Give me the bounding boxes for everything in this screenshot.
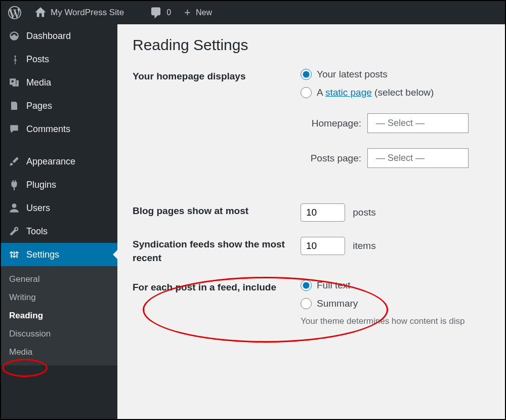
svg-point-1 <box>12 203 17 208</box>
home-icon <box>34 7 47 19</box>
content-area: Reading Settings Your homepage displays … <box>117 24 505 419</box>
user-icon <box>8 202 20 214</box>
menu-label: Comments <box>26 124 70 135</box>
settings-submenu: General Writing Reading Discussion Media <box>1 266 117 365</box>
radio-static-prefix: A <box>317 87 325 98</box>
comments-icon <box>8 123 20 135</box>
submenu-general[interactable]: General <box>1 270 117 288</box>
menu-label: Media <box>26 77 51 88</box>
submenu-writing[interactable]: Writing <box>1 288 117 307</box>
radio-static-page[interactable]: A static page (select below) <box>301 87 490 98</box>
postspage-select-label: Posts page: <box>301 153 361 164</box>
menu-comments[interactable]: Comments <box>1 117 117 141</box>
syndication-suffix: items <box>353 240 375 251</box>
radio-summary-input[interactable] <box>301 298 312 309</box>
menu-label: Dashboard <box>26 31 71 41</box>
menu-dashboard[interactable]: Dashboard <box>1 24 117 48</box>
comment-icon <box>149 6 162 19</box>
menu-label: Posts <box>26 54 49 65</box>
admin-bar: My WordPress Site 0 + New <box>1 1 505 24</box>
blog-pages-label: Blog pages show at most <box>133 203 301 218</box>
settings-icon <box>8 248 20 261</box>
menu-users[interactable]: Users <box>1 196 117 220</box>
radio-static-suffix: (select below) <box>372 87 434 98</box>
dashboard-icon <box>8 30 20 42</box>
wrench-icon <box>8 225 20 237</box>
pin-icon <box>8 53 20 65</box>
menu-label: Settings <box>26 249 59 260</box>
radio-summary-label: Summary <box>317 298 358 309</box>
wordpress-icon <box>8 6 21 19</box>
menu-tools[interactable]: Tools <box>1 220 117 243</box>
row-homepage-displays: Your homepage displays Your latest posts… <box>133 69 490 168</box>
media-icon <box>8 76 20 89</box>
svg-point-0 <box>12 80 14 82</box>
brush-icon <box>8 155 20 167</box>
radio-full-label: Full text <box>317 280 351 291</box>
page-title: Reading Settings <box>133 36 490 54</box>
blog-pages-suffix: posts <box>353 207 375 218</box>
homepage-label: Your homepage displays <box>133 69 301 83</box>
menu-label: Pages <box>26 101 52 111</box>
menu-settings[interactable]: Settings <box>1 243 117 266</box>
menu-label: Users <box>26 203 50 214</box>
radio-full-input[interactable] <box>301 280 312 291</box>
new-label: New <box>196 8 212 17</box>
admin-sidebar: Dashboard Posts Media Pages Comments App… <box>1 24 117 419</box>
feed-hint: Your theme determines how content is dis… <box>301 316 490 326</box>
comments-link[interactable]: 0 <box>146 1 174 24</box>
submenu-discussion[interactable]: Discussion <box>1 325 117 343</box>
new-link[interactable]: + New <box>181 1 215 24</box>
menu-pages[interactable]: Pages <box>1 94 117 117</box>
row-syndication: Syndication feeds show the most recent i… <box>133 237 490 265</box>
pages-icon <box>8 100 20 112</box>
submenu-reading[interactable]: Reading <box>1 307 117 325</box>
homepage-select-label: Homepage: <box>301 118 361 129</box>
wp-logo[interactable] <box>5 1 24 24</box>
menu-media[interactable]: Media <box>1 71 117 94</box>
menu-appearance[interactable]: Appearance <box>1 150 117 173</box>
site-title: My WordPress Site <box>51 8 124 18</box>
row-feed-include: For each post in a feed, include Full te… <box>133 280 490 326</box>
plus-icon: + <box>184 6 191 19</box>
plug-icon <box>8 179 20 191</box>
site-link[interactable]: My WordPress Site <box>31 1 127 24</box>
menu-posts[interactable]: Posts <box>1 48 117 71</box>
radio-static-input[interactable] <box>301 87 312 98</box>
menu-label: Tools <box>26 226 48 237</box>
menu-label: Plugins <box>26 180 56 190</box>
radio-latest-input[interactable] <box>301 69 312 80</box>
syndication-input[interactable] <box>301 237 345 255</box>
static-page-link[interactable]: static page <box>325 87 372 98</box>
radio-summary[interactable]: Summary <box>301 298 490 309</box>
syndication-label: Syndication feeds show the most recent <box>133 237 301 265</box>
comments-count: 0 <box>166 8 171 17</box>
radio-latest-posts[interactable]: Your latest posts <box>301 69 490 80</box>
blog-pages-input[interactable] <box>301 203 345 222</box>
homepage-select[interactable]: — Select — <box>367 113 469 133</box>
radio-static-label: A static page (select below) <box>317 87 434 98</box>
menu-label: Appearance <box>26 156 75 167</box>
postspage-select[interactable]: — Select — <box>367 148 469 168</box>
radio-latest-label: Your latest posts <box>317 69 388 80</box>
feed-include-label: For each post in a feed, include <box>133 280 301 295</box>
menu-plugins[interactable]: Plugins <box>1 173 117 196</box>
radio-full-text[interactable]: Full text <box>301 280 490 291</box>
row-blog-pages: Blog pages show at most posts <box>133 203 490 222</box>
submenu-media[interactable]: Media <box>1 343 117 361</box>
